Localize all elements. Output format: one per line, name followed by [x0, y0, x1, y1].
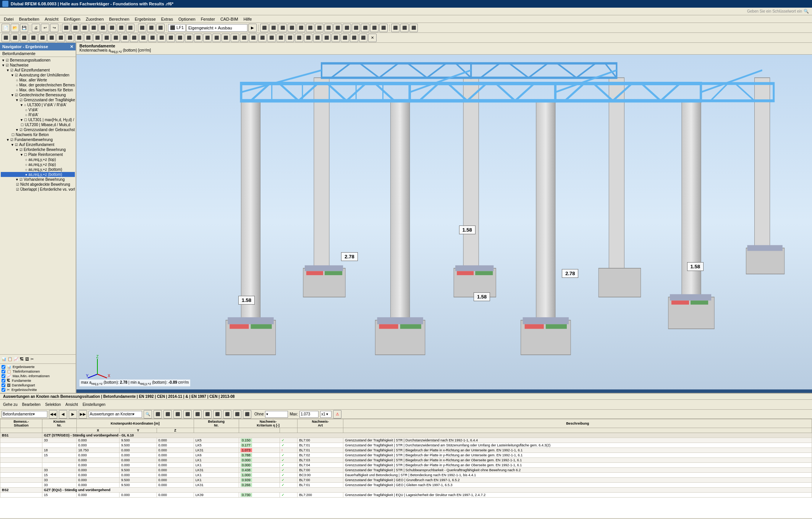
res-btn6[interactable]: ⬛ — [203, 410, 212, 418]
nav-fund-check[interactable] — [2, 379, 5, 383]
table-row[interactable]: 330.0009.5000.000LK10.939✓BL7:00Grenzzus… — [0, 478, 812, 483]
btn22[interactable]: ⬛ — [324, 24, 333, 32]
tb2-btn30[interactable]: ⬛ — [267, 34, 276, 42]
btn5[interactable]: ⬛ — [80, 24, 89, 32]
table-row[interactable]: 1818.7500.0000.000LK311.073↑BL7:01Grenzz… — [0, 448, 812, 453]
menu-bearbeiten[interactable]: Bearbeiten — [17, 16, 42, 22]
btn23[interactable]: ⬛ — [333, 24, 342, 32]
tree-item-17[interactable]: ▼☑Auf Einzelfundament — [1, 142, 75, 147]
tree-item-4[interactable]: ○Max. aller Werte — [1, 78, 75, 83]
btn6[interactable]: ⬛ — [89, 24, 98, 32]
tree-control-13[interactable]: ☐ — [21, 123, 24, 127]
tree-item-13[interactable]: ☐ULT200 | Mbase,d / Muls,d — [1, 122, 75, 127]
table-row[interactable]: 150.0000.0000.000LK60.788✓BL7:02Grenzzus… — [0, 453, 812, 458]
tree-item-14[interactable]: ▼☑Grenzzustand der Gebrauchstauglich... — [1, 127, 75, 132]
betonfundamente-dropdown[interactable]: Betonfundamente ▾ — [2, 411, 47, 418]
tb2-btn17[interactable]: ⬛ — [148, 34, 157, 42]
redo-btn[interactable]: ↪ — [50, 24, 58, 32]
tb2-btn13[interactable]: ⬛ — [112, 34, 120, 42]
btn8[interactable]: ⬛ — [108, 24, 116, 32]
btn19[interactable]: ⬛ — [297, 24, 305, 32]
save-btn[interactable]: 💾 — [20, 24, 28, 32]
nav-schnitt-check[interactable] — [2, 388, 5, 392]
nav-schnitt-icon[interactable]: ✂ — [31, 357, 34, 361]
tree-item-19[interactable]: ▼☐Plate Reinforcement — [1, 152, 75, 157]
tb2-btn32[interactable]: ⬛ — [286, 34, 294, 42]
table-row[interactable]: 0.0009.5000.000LK50.177✓BL7:01Grenzzusta… — [0, 443, 812, 448]
res-btn1[interactable]: ⬛ — [154, 410, 162, 418]
nav-icon-item-2[interactable]: 📋 Titelinformationen — [2, 369, 74, 374]
btn3[interactable]: ⬛ — [62, 24, 70, 32]
tree-control-12[interactable]: ☐ — [24, 118, 27, 122]
res-btn3[interactable]: ⬛ — [173, 410, 182, 418]
tree-control-1[interactable]: ☑ — [6, 63, 9, 67]
tb2-btn6[interactable]: ⬛ — [47, 34, 56, 42]
tb2-btn8[interactable]: ⬛ — [66, 34, 74, 42]
tb2-btn5[interactable]: ⬛ — [38, 34, 47, 42]
tb2-btn24[interactable]: ⬛ — [212, 34, 221, 42]
load-combo-dropdown[interactable]: Eigengewicht + Ausbau — [186, 24, 247, 32]
btn18[interactable]: ⬛ — [288, 24, 296, 32]
tree-item-10[interactable]: ○V'd/A' — [1, 107, 75, 112]
tree-item-3[interactable]: ▼☑Ausnutzung der Umhüllenden — [1, 73, 75, 78]
tb2-btn31[interactable]: ⬛ — [277, 34, 285, 42]
table-row[interactable]: 150.0000.0000.000LK390.730✓BL7:200Grenzz… — [0, 493, 812, 498]
nav-ergebniswerte-icon[interactable]: 📊 — [2, 357, 6, 361]
tb2-btn39[interactable]: ⬛ — [350, 34, 358, 42]
tree-control-19[interactable]: ☐ — [24, 153, 27, 157]
menu-hilfe[interactable]: Hilfe — [241, 16, 254, 22]
tb2-btn2[interactable]: ⬛ — [11, 34, 19, 42]
menu-optionen[interactable]: Optionen — [176, 16, 198, 22]
btn13[interactable]: ⬛ — [156, 24, 165, 32]
tree-item-18[interactable]: ▼☑Erforderliche Bewehrung — [1, 147, 75, 152]
btn27[interactable]: ⬛ — [370, 24, 379, 32]
res-einstellungen[interactable]: Einstellungen — [81, 402, 107, 407]
btn10[interactable]: ⬛ — [126, 24, 134, 32]
nav-titel-check[interactable] — [2, 370, 5, 373]
btn26[interactable]: ⬛ — [361, 24, 369, 32]
tree-control-25[interactable]: ☑ — [16, 183, 19, 187]
menu-ergebnisse[interactable]: Ergebnisse — [133, 16, 158, 22]
tree-item-8[interactable]: ▼☑Grenzzustand der Tragfähigkeit — [1, 97, 75, 102]
res-ansicht[interactable]: Ansicht — [64, 402, 79, 407]
tb2-btn23[interactable]: ⬛ — [203, 34, 212, 42]
tree-item-16[interactable]: ▼☑Fundamentbewehrung — [1, 137, 75, 142]
table-row[interactable]: 330.0009.5000.000LK50.150✓BL7:00Grenzzus… — [0, 438, 812, 443]
tb2-btn16[interactable]: ⬛ — [139, 34, 147, 42]
tb2-btn1[interactable]: ⬛ — [2, 34, 10, 42]
tree-item-12[interactable]: ▼☐ULT301 | max{Hx,d, Hy,d} / Rx,d — [1, 117, 75, 122]
nav-prev[interactable]: ◀ — [59, 410, 67, 418]
nav-darst-check[interactable] — [2, 383, 5, 387]
nav-next-next[interactable]: ▶▶ — [79, 410, 87, 418]
open-btn[interactable]: 📂 — [11, 24, 19, 32]
tb2-btn37[interactable]: ⬛ — [332, 34, 340, 42]
res-goto[interactable]: Gehe zu — [2, 402, 19, 407]
tb2-btn12[interactable]: ⬛ — [102, 34, 111, 42]
btn21[interactable]: ⬛ — [315, 24, 324, 32]
tb2-btn36[interactable]: ⬛ — [322, 34, 331, 42]
btn11[interactable]: ⬛ — [138, 24, 146, 32]
tree-control-14[interactable]: ☑ — [19, 128, 23, 132]
tb2-btn41[interactable]: ✕ — [368, 34, 377, 42]
nav-prev-prev[interactable]: ◀◀ — [49, 410, 57, 418]
lf-dropdown[interactable]: ⬛ LF1 — [168, 24, 186, 32]
tree-item-0[interactable]: ▼☑Bemessungssituationen — [1, 58, 75, 63]
tree-item-5[interactable]: ○Max. der geotechnischen Bemessung — [1, 83, 75, 88]
btn17[interactable]: ⬛ — [278, 24, 287, 32]
tree-item-22[interactable]: ○as,req,y,+z (bottom) — [1, 167, 75, 172]
menu-fenster[interactable]: Fenster — [199, 16, 217, 22]
menu-datei[interactable]: Datei — [2, 16, 16, 22]
res-btn8[interactable]: ⬛ — [223, 410, 231, 418]
tb2-btn38[interactable]: ⬛ — [341, 34, 349, 42]
tree-item-25[interactable]: ☑Nicht abgedeckte Bewehrung — [1, 182, 75, 187]
btn29[interactable]: ⬛ — [391, 24, 400, 32]
tree-item-20[interactable]: ○as,req,y,+z (top) — [1, 157, 75, 162]
tree-control-18[interactable]: ☑ — [19, 148, 23, 152]
tb2-btn35[interactable]: ⬛ — [313, 34, 322, 42]
tree-control-26[interactable]: ☑ — [16, 188, 19, 191]
table-row[interactable]: 330.0009.5000.000LK310.266✓BL7:01Grenzzu… — [0, 483, 812, 488]
group-row-0[interactable]: BS1GZT (STR/GEO) - Ständig und vorüberge… — [0, 433, 812, 438]
res-bearbeiten[interactable]: Bearbeiten — [21, 402, 42, 407]
nav-icon-item-1[interactable]: 📊 Ergebniswerte — [2, 365, 74, 369]
filter-btn[interactable]: 🔍 — [144, 410, 152, 418]
